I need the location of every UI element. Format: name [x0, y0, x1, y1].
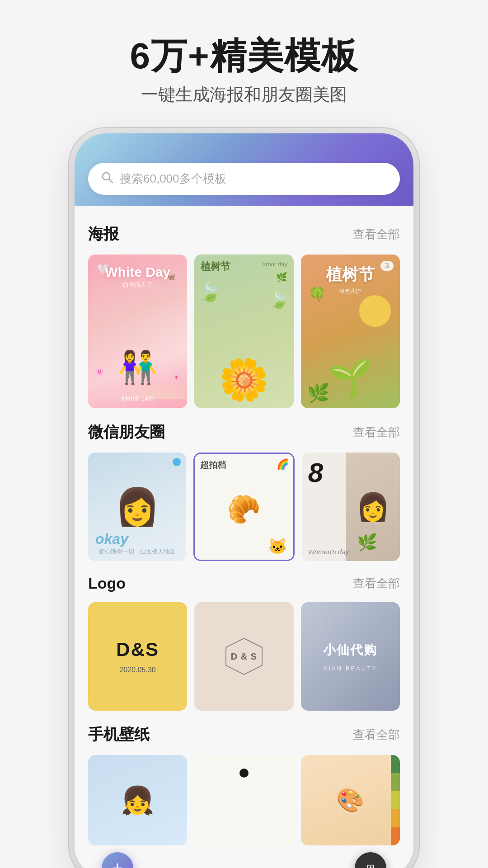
wallpaper-card-colorful[interactable]: 🎨: [301, 755, 400, 845]
women-day-card-inner: 8 👩 🌿 Women's day —: [302, 453, 400, 561]
poster-card-white-day[interactable]: 🤍 🦋 White Day 白色情人节 👫 March 14th: [88, 255, 187, 408]
arbor-title-cn: 植树节: [201, 260, 230, 274]
page-wrapper: 6万+精美模板 一键生成海报和朋友圈美图 搜索60,000多个模板: [0, 0, 488, 868]
wechat-card-girl[interactable]: 👩 okay 初心懂得一切，山无棱天地合: [88, 453, 186, 561]
food-illustration: 🥐: [195, 472, 293, 546]
logo-section-title: Logo: [88, 575, 126, 592]
wall3-inner: 🎨: [301, 755, 400, 845]
wallpaper-see-all[interactable]: 查看全部: [353, 727, 400, 743]
wechat-card-women-day[interactable]: 8 👩 🌿 Women's day —: [302, 453, 400, 561]
plant-title-cn: 植树节: [301, 264, 400, 286]
rainbow-sticker: 🌈: [277, 458, 289, 470]
fab-add-button[interactable]: +: [102, 852, 133, 868]
wechat-card-food[interactable]: 超拍档 🌈 🥐 🐱: [193, 453, 294, 561]
wechat-grid: 👩 okay 初心懂得一切，山无棱天地合 超拍档: [88, 453, 400, 561]
phone-header-gradient: 搜索60,000多个模板: [75, 133, 413, 206]
poster-card-plant-festival[interactable]: 植树节 绿色共护 🌱 🌿 🍀 3: [301, 255, 400, 408]
okay-text: okay: [95, 531, 128, 547]
wall2-inner: [194, 755, 293, 845]
sun-deco: [359, 295, 391, 327]
logo-card-blue[interactable]: 小仙代购 XIAN BEAUTY: [301, 602, 400, 711]
hexagon-container: D & S: [224, 636, 264, 677]
logo-yellow-text: D&S: [116, 639, 159, 660]
white-day-date: March 14th: [88, 395, 187, 402]
cartoon-sticker: 🐱: [268, 537, 287, 555]
stripe-accent: [391, 755, 400, 845]
girl-card-inner: 👩 okay 初心懂得一切，山无棱天地合: [88, 453, 186, 561]
food-card-inner: 超拍档 🌈 🥐 🐱: [195, 454, 293, 560]
logo-blue-en: XIAN BEAUTY: [324, 665, 377, 672]
arbor-person: 🌼: [194, 356, 293, 404]
wechat-section-title: 微信朋友圈: [88, 422, 165, 443]
leaf-left: 🍃: [199, 282, 221, 303]
logo-card-yellow[interactable]: D&S 2020.05.30: [88, 602, 187, 711]
logo-beige-content: D & S: [194, 602, 293, 711]
women-day-badge: —: [388, 458, 394, 465]
monstera-leaf: 🌿: [357, 533, 377, 552]
white-day-title-en: White Day: [88, 264, 187, 280]
poster-section-header: 海报 查看全部: [88, 224, 400, 245]
poster-grid: 🤍 🦋 White Day 白色情人节 👫 March 14th: [88, 255, 400, 408]
search-bar[interactable]: 搜索60,000多个模板: [88, 163, 400, 195]
logo-yellow-content: D&S 2020.05.30: [88, 602, 187, 711]
food-label-cn: 超拍档: [200, 459, 226, 471]
search-icon: [101, 171, 113, 187]
plant-title-block: 植树节 绿色共护: [301, 264, 400, 295]
arbor-title-en-small: arbor day: [263, 261, 287, 268]
phone-content: 海报 查看全部 🤍 🦋 White Day 白色情人节: [75, 206, 413, 868]
logo-blue-content: 小仙代购 XIAN BEAUTY: [301, 602, 400, 711]
plant-left: 🌿: [307, 382, 330, 404]
wallpaper-section-header: 手机壁纸 查看全部: [88, 724, 400, 745]
womens-day-label: Women's day: [308, 548, 349, 556]
wechat-section-header: 微信朋友圈 查看全部: [88, 422, 400, 443]
wallpaper-section-title: 手机壁纸: [88, 724, 150, 745]
girl-caption: 初心懂得一切，山无棱天地合: [88, 547, 186, 556]
wallpaper-grid: 👧 🎨: [88, 755, 400, 845]
logo-section-header: Logo 查看全部: [88, 575, 400, 592]
fab-grid-button[interactable]: ⊞: [355, 852, 386, 868]
wallpaper-card-minimal[interactable]: [194, 755, 293, 845]
logo-see-all[interactable]: 查看全部: [353, 576, 400, 591]
search-container[interactable]: 搜索60,000多个模板: [75, 163, 413, 195]
wallpaper-card-anime[interactable]: 👧: [88, 755, 187, 845]
number-8: 8: [308, 457, 323, 488]
logo-blue-cn: 小仙代购: [323, 642, 377, 659]
poster-section-title: 海报: [88, 224, 119, 245]
white-day-card-inner: 🤍 🦋 White Day 白色情人节 👫 March 14th: [88, 255, 187, 408]
plant-card-inner: 植树节 绿色共护 🌱 🌿 🍀 3: [301, 255, 400, 408]
flower-deco-left: 🌸: [94, 367, 104, 377]
main-title: 6万+精美模板: [18, 36, 470, 76]
white-day-title-block: White Day 白色情人节: [88, 264, 187, 289]
arbor-icon: 🌿: [276, 272, 287, 283]
svg-line-1: [109, 179, 113, 183]
wall1-inner: 👧: [88, 755, 187, 845]
wechat-see-all[interactable]: 查看全部: [353, 425, 400, 440]
fab-container: + ⊞: [75, 850, 413, 868]
logo-yellow-date: 2020.05.30: [120, 666, 156, 674]
minimal-dot: [239, 769, 249, 778]
poster-card-arbor[interactable]: 植树节 arbor day 🌿 🌼 🍃 🍃: [194, 255, 293, 408]
phone-mockup: 搜索60,000多个模板 海报 查看全部 🤍 🦋: [75, 133, 413, 868]
arbor-card-inner: 植树节 arbor day 🌿 🌼 🍃 🍃: [194, 255, 293, 408]
logo-beige-text: D & S: [231, 651, 257, 662]
sub-title: 一键生成海报和朋友圈美图: [18, 83, 470, 106]
colorful-icon: 🎨: [301, 755, 400, 845]
logo-grid: D&S 2020.05.30 D & S: [88, 602, 400, 711]
poster-see-all[interactable]: 查看全部: [353, 226, 400, 242]
white-day-subtitle-cn: 白色情人节: [88, 281, 187, 289]
header-section: 6万+精美模板 一键生成海报和朋友圈美图: [0, 0, 488, 124]
leaf-right: 🍃: [269, 291, 289, 310]
plant-subtitle: 绿色共护: [301, 288, 400, 295]
anime-girl: 👧: [88, 755, 187, 845]
search-placeholder-text: 搜索60,000多个模板: [120, 171, 226, 187]
flower-deco-right: 🌸: [172, 373, 181, 381]
logo-card-beige[interactable]: D & S: [194, 602, 293, 711]
